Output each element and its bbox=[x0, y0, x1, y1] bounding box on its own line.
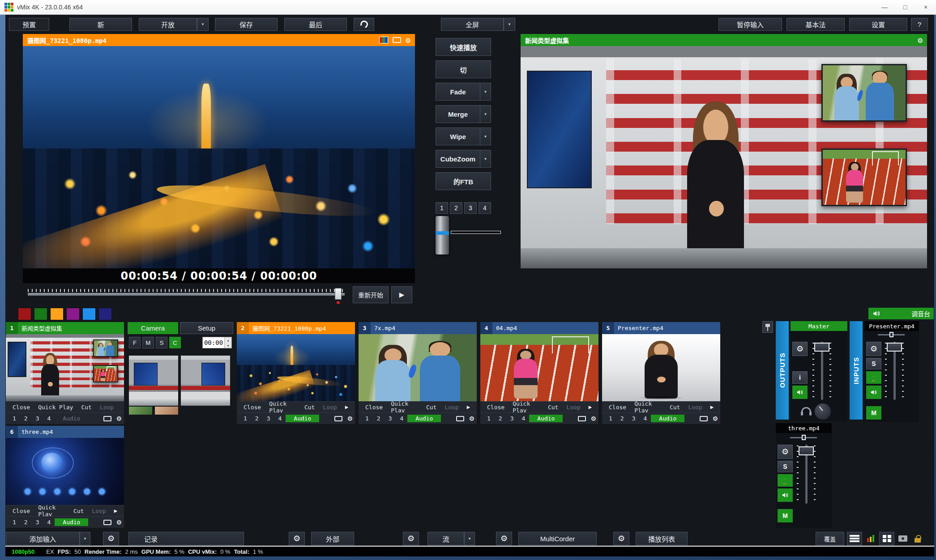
input-thumbnail[interactable] bbox=[237, 334, 355, 401]
play-icon[interactable]: ▶ bbox=[706, 404, 718, 410]
overlay-1-button[interactable]: 1 bbox=[9, 415, 20, 422]
solo-button[interactable]: S bbox=[778, 461, 793, 472]
tbar-slider[interactable] bbox=[436, 216, 449, 255]
quick-play-button[interactable]: Quick Play bbox=[34, 504, 69, 518]
loop-button[interactable] bbox=[354, 18, 374, 31]
quick-play-button[interactable]: Quick Play bbox=[34, 404, 77, 411]
fullscreen-dropdown[interactable]: ▼ bbox=[504, 18, 515, 31]
mini-clip-thumbnail[interactable] bbox=[129, 407, 152, 415]
quick-play-button[interactable]: Quick Play bbox=[509, 400, 544, 414]
speaker-button[interactable] bbox=[778, 488, 793, 502]
close-button[interactable]: Close bbox=[483, 404, 509, 411]
loop-button[interactable]: Loop bbox=[319, 404, 341, 411]
loop-button[interactable]: Loop bbox=[684, 404, 706, 411]
close-button[interactable]: Close bbox=[361, 404, 387, 411]
info-button[interactable]: i bbox=[792, 371, 808, 384]
camera-angle-thumbnail[interactable] bbox=[129, 356, 178, 406]
transition-fade-button[interactable]: Fade▼ bbox=[436, 83, 491, 101]
fullscreen-monitor-icon[interactable] bbox=[393, 37, 401, 43]
dropdown-icon[interactable]: ▼ bbox=[480, 83, 491, 100]
settings-button[interactable]: 设置 bbox=[849, 18, 907, 31]
camera-angle-thumbnail[interactable] bbox=[181, 356, 230, 406]
overlay-4-button[interactable]: 4 bbox=[43, 415, 55, 422]
dropdown-icon[interactable]: ▼ bbox=[480, 106, 491, 123]
loop-button[interactable]: Loop bbox=[88, 508, 110, 514]
overlay-2-button[interactable]: 2 bbox=[495, 415, 506, 422]
multicorder-button[interactable]: MultiCorder bbox=[518, 532, 597, 545]
overlay-3-button[interactable]: 3 bbox=[385, 415, 396, 422]
overlay-3-button[interactable]: 3 bbox=[628, 415, 640, 422]
close-button[interactable]: × bbox=[915, 0, 936, 14]
pan-slider[interactable] bbox=[790, 435, 817, 440]
cut-button[interactable]: Cut bbox=[77, 404, 95, 411]
overlay-1-button[interactable]: 1 bbox=[605, 415, 616, 422]
input-thumbnail[interactable] bbox=[359, 334, 477, 401]
loop-button[interactable]: Loop bbox=[562, 404, 584, 411]
overlay-4-button[interactable]: 4 bbox=[517, 415, 529, 422]
overlay-4-button[interactable]: 4 bbox=[274, 415, 286, 422]
audio-mixer-toggle-button[interactable]: 调音台 bbox=[868, 308, 934, 319]
multiview-button[interactable] bbox=[879, 532, 894, 545]
audio-button[interactable]: Audio bbox=[55, 518, 88, 526]
loop-button[interactable]: Loop bbox=[96, 404, 118, 411]
cut-button[interactable]: Cut bbox=[300, 404, 319, 411]
transition-cubezoom-button[interactable]: CubeZoom▼ bbox=[436, 150, 491, 168]
overlay-4-button[interactable]: 4 bbox=[639, 415, 651, 422]
ftb-button[interactable]: 的FTB bbox=[436, 172, 491, 190]
color-swatch-orange[interactable] bbox=[50, 308, 64, 320]
headphones-icon[interactable] bbox=[801, 407, 811, 413]
cut-button[interactable]: 切 bbox=[436, 60, 491, 78]
flag-f-button[interactable]: F bbox=[129, 337, 141, 348]
gear-icon[interactable]: ⚙ bbox=[792, 342, 808, 356]
overlay-1-button[interactable]: 1 bbox=[239, 415, 251, 422]
overlay-1-button[interactable]: 1 bbox=[9, 519, 20, 526]
input-thumbnail[interactable] bbox=[6, 334, 124, 401]
monitor-icon[interactable] bbox=[103, 416, 111, 421]
pin-button[interactable] bbox=[762, 321, 773, 333]
mini-clip-thumbnail[interactable] bbox=[155, 407, 178, 415]
lock-button[interactable] bbox=[911, 532, 924, 545]
quick-play-button[interactable]: Quick Play bbox=[387, 400, 422, 414]
quick-play-button[interactable]: 快速播放 bbox=[436, 38, 491, 56]
input-header[interactable]: 6 three.mp4 bbox=[6, 426, 124, 438]
last-button[interactable]: 最后 bbox=[284, 18, 347, 31]
preview-video[interactable] bbox=[23, 46, 415, 268]
play-icon[interactable]: ▶ bbox=[585, 404, 596, 410]
preset-button[interactable]: 预置 bbox=[9, 18, 49, 31]
gear-icon[interactable]: ⚙ bbox=[918, 36, 923, 44]
audio-button[interactable]: Audio bbox=[529, 415, 563, 422]
seek-handle[interactable] bbox=[335, 288, 342, 300]
maximize-button[interactable]: □ bbox=[895, 0, 915, 14]
color-swatch-purple[interactable] bbox=[66, 308, 80, 320]
channel-fader[interactable] bbox=[796, 445, 816, 504]
overlay-1-button[interactable]: 1 bbox=[483, 415, 495, 422]
monitor-icon[interactable] bbox=[334, 416, 342, 421]
input-header[interactable]: 2 摄图网_73221_1080p.mp4 bbox=[237, 322, 355, 334]
pan-handle[interactable] bbox=[889, 332, 893, 337]
cut-button[interactable]: Cut bbox=[544, 404, 562, 411]
monitor-icon[interactable] bbox=[578, 416, 586, 421]
time-spinner[interactable]: 00:00 ▲▼ bbox=[202, 337, 232, 348]
bus-routing-button[interactable]: →← bbox=[778, 474, 793, 487]
monitor-icon[interactable] bbox=[103, 520, 111, 525]
overlay-4-button[interactable]: 4 bbox=[43, 519, 55, 526]
stinger-2-button[interactable]: 2 bbox=[450, 202, 462, 214]
pause-input-button[interactable]: 暂停输入 bbox=[718, 18, 782, 31]
gear-icon[interactable]: ⚙ bbox=[470, 415, 474, 422]
external-button[interactable]: 外部 bbox=[311, 532, 354, 545]
overlay-4-button[interactable]: 4 bbox=[396, 415, 407, 422]
play-icon[interactable]: ▶ bbox=[463, 404, 474, 410]
quick-play-button[interactable]: Quick Play bbox=[630, 400, 666, 414]
overlay-2-button[interactable]: 2 bbox=[20, 415, 32, 422]
stream-settings-gear-icon[interactable]: ⚙ bbox=[403, 532, 419, 545]
play-icon[interactable]: ▶ bbox=[341, 404, 352, 410]
playlist-button[interactable]: 播放列表 bbox=[636, 532, 688, 545]
close-button[interactable]: Close bbox=[605, 404, 630, 411]
mute-button[interactable]: M bbox=[866, 406, 881, 420]
overlay-3-button[interactable]: 3 bbox=[32, 415, 43, 422]
minimize-button[interactable]: — bbox=[874, 0, 895, 14]
solo-button[interactable]: S bbox=[866, 358, 881, 369]
setup-button[interactable]: Setup bbox=[180, 322, 233, 334]
overlay-list-button[interactable] bbox=[847, 532, 862, 545]
restart-button[interactable]: 重新开始 bbox=[353, 286, 389, 303]
